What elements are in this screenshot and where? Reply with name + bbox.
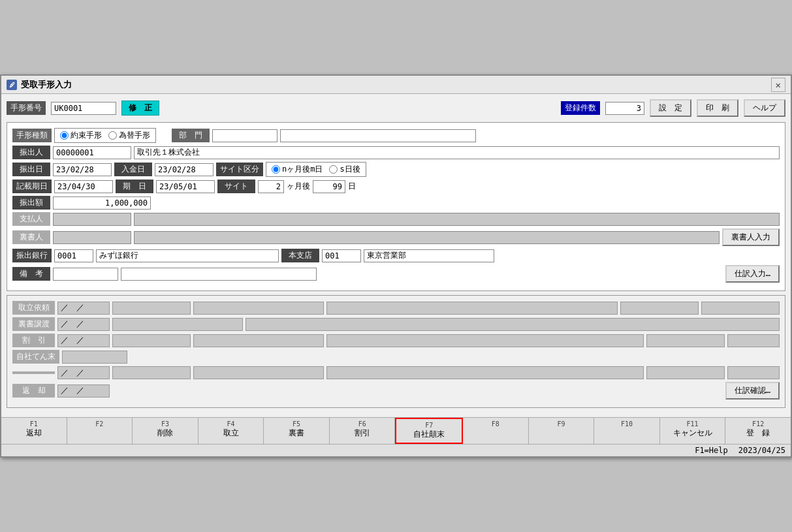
own-transfer-input[interactable] bbox=[62, 351, 127, 364]
bank-code-input[interactable] bbox=[54, 249, 93, 262]
row5-date-input[interactable] bbox=[57, 366, 110, 379]
dept-label: 部 門 bbox=[172, 129, 210, 142]
settings-button[interactable]: 設 定 bbox=[650, 99, 691, 117]
fkey-bar: F1 返却 F2 F3 削除 F4 取立 F5 裏書 F6 割引 F7 自社顛末… bbox=[1, 417, 791, 444]
fkey-f7-label: 自社顛末 bbox=[413, 429, 445, 440]
print-button[interactable]: 印 刷 bbox=[697, 99, 738, 117]
fkey-f6[interactable]: F6 割引 bbox=[330, 418, 396, 444]
journal-input-button[interactable]: 仕訳入力… bbox=[725, 265, 780, 283]
radio-exchange[interactable]: 為替手形 bbox=[108, 130, 150, 141]
fkey-f9-num: F9 bbox=[557, 420, 565, 428]
form-type-row: 手形種類 約束手形 為替手形 部 門 bbox=[12, 128, 780, 143]
content-area: 手形番号 修 正 登録件数 設 定 印 刷 ヘルプ 手形種類 約束手形 bbox=[1, 94, 791, 417]
endorser-code-input[interactable] bbox=[53, 231, 131, 244]
drawer-name-input[interactable] bbox=[134, 146, 780, 159]
form-number-input[interactable] bbox=[51, 102, 116, 115]
fkey-f3[interactable]: F3 削除 bbox=[133, 418, 198, 444]
fkey-f8[interactable]: F8 bbox=[463, 418, 529, 444]
endorsement-f1-input[interactable] bbox=[112, 318, 243, 331]
site-months-input[interactable] bbox=[258, 180, 284, 193]
record-date-input[interactable] bbox=[54, 180, 113, 193]
record-count-input[interactable] bbox=[605, 102, 644, 115]
row5-f5-input[interactable] bbox=[727, 366, 780, 379]
own-transfer-row: 自社てん末 bbox=[12, 350, 780, 364]
site-days-input[interactable] bbox=[313, 180, 345, 193]
fkey-f6-label: 割引 bbox=[355, 428, 370, 439]
return-row: 返 却 仕訳確認… bbox=[12, 382, 780, 399]
return-date-input[interactable] bbox=[57, 384, 110, 398]
help-button[interactable]: ヘルプ bbox=[744, 99, 785, 117]
endorsement-f2-input[interactable] bbox=[246, 318, 780, 331]
collection-f1-input[interactable] bbox=[112, 302, 191, 315]
discount-f4-input[interactable] bbox=[646, 334, 725, 347]
fkey-f12-num: F12 bbox=[752, 420, 764, 428]
row5-f2-input[interactable] bbox=[193, 366, 324, 379]
endorser-input-button[interactable]: 裏書人入力 bbox=[722, 228, 780, 246]
title-bar: 🖊 受取手形入力 ✕ bbox=[1, 76, 791, 94]
row5-f3-input[interactable] bbox=[326, 366, 644, 379]
fkey-f4[interactable]: F4 取立 bbox=[198, 418, 264, 444]
collection-f5-input[interactable] bbox=[701, 302, 780, 315]
row5-f1-input[interactable] bbox=[112, 366, 191, 379]
row5 bbox=[12, 366, 780, 379]
title-bar-left: 🖊 受取手形入力 bbox=[7, 79, 72, 91]
discount-f1-input[interactable] bbox=[112, 334, 191, 347]
journal-confirm-button[interactable]: 仕訳確認… bbox=[725, 382, 780, 399]
radio-promissory[interactable]: 約束手形 bbox=[60, 130, 102, 141]
endorsement-row: 裏書譲渡 bbox=[12, 317, 780, 331]
site-days-unit: 日 bbox=[348, 181, 356, 192]
dept-code-input[interactable] bbox=[212, 129, 277, 142]
return-label: 返 却 bbox=[12, 384, 55, 398]
discount-label: 割 引 bbox=[12, 334, 55, 347]
radio-nmonths[interactable]: nヶ月後m日 bbox=[272, 164, 323, 175]
fkey-f11[interactable]: F11 キャンセル bbox=[660, 418, 726, 444]
payer-row: 支払人 bbox=[12, 212, 780, 226]
collection-f4-input[interactable] bbox=[620, 302, 699, 315]
radio-sdays-label: s日後 bbox=[340, 164, 360, 175]
fkey-f9[interactable]: F9 bbox=[529, 418, 595, 444]
fkey-f7[interactable]: F7 自社顛末 bbox=[395, 418, 463, 444]
memo-input2[interactable] bbox=[121, 268, 317, 281]
due-date-input[interactable] bbox=[156, 180, 215, 193]
fkey-f10[interactable]: F10 bbox=[594, 418, 660, 444]
fkey-f11-num: F11 bbox=[687, 420, 699, 428]
memo-input1[interactable] bbox=[53, 268, 118, 281]
fkey-f1[interactable]: F1 返却 bbox=[1, 418, 67, 444]
endorser-name-input[interactable] bbox=[134, 231, 720, 244]
fkey-f11-label: キャンセル bbox=[673, 428, 712, 439]
bank-row: 振出銀行 本支店 bbox=[12, 249, 780, 262]
amount-input[interactable] bbox=[53, 196, 151, 210]
help-text: F1=Help bbox=[695, 446, 728, 455]
drawer-date-input[interactable] bbox=[53, 163, 112, 176]
payer-code-input[interactable] bbox=[53, 213, 131, 226]
drawer-code-input[interactable] bbox=[53, 146, 131, 159]
bank-name-input[interactable] bbox=[96, 249, 279, 262]
toolbar-row: 手形番号 修 正 登録件数 設 定 印 刷 ヘルプ bbox=[7, 99, 785, 117]
radio-exchange-label: 為替手形 bbox=[119, 130, 150, 141]
status-bar: F1=Help 2023/04/25 bbox=[1, 444, 791, 456]
collection-f2-input[interactable] bbox=[193, 302, 324, 315]
radio-sdays[interactable]: s日後 bbox=[329, 164, 360, 175]
close-button[interactable]: ✕ bbox=[771, 78, 785, 92]
collection-date-input[interactable] bbox=[57, 302, 110, 315]
collection-f3-input[interactable] bbox=[326, 302, 618, 315]
discount-f2-input[interactable] bbox=[193, 334, 324, 347]
deposit-date-input[interactable] bbox=[155, 163, 214, 176]
fkey-f2[interactable]: F2 bbox=[67, 418, 133, 444]
fkey-f12[interactable]: F12 登 録 bbox=[725, 418, 791, 444]
endorsement-date-input[interactable] bbox=[57, 318, 110, 331]
discount-f5-input[interactable] bbox=[727, 334, 780, 347]
branch-name-input[interactable] bbox=[364, 249, 494, 262]
discount-f3-input[interactable] bbox=[326, 334, 644, 347]
fkey-f5[interactable]: F5 裏書 bbox=[264, 418, 330, 444]
window-title: 受取手形入力 bbox=[21, 79, 72, 91]
branch-code-input[interactable] bbox=[322, 249, 361, 262]
type-label: 手形種類 bbox=[12, 129, 52, 142]
fkey-f7-num: F7 bbox=[425, 422, 433, 429]
site-label: サイト bbox=[217, 180, 255, 193]
payer-name-input[interactable] bbox=[134, 213, 780, 226]
memo-row: 備 考 仕訳入力… bbox=[12, 265, 780, 283]
discount-date-input[interactable] bbox=[57, 334, 110, 347]
row5-f4-input[interactable] bbox=[646, 366, 725, 379]
dept-name-input[interactable] bbox=[280, 129, 476, 142]
